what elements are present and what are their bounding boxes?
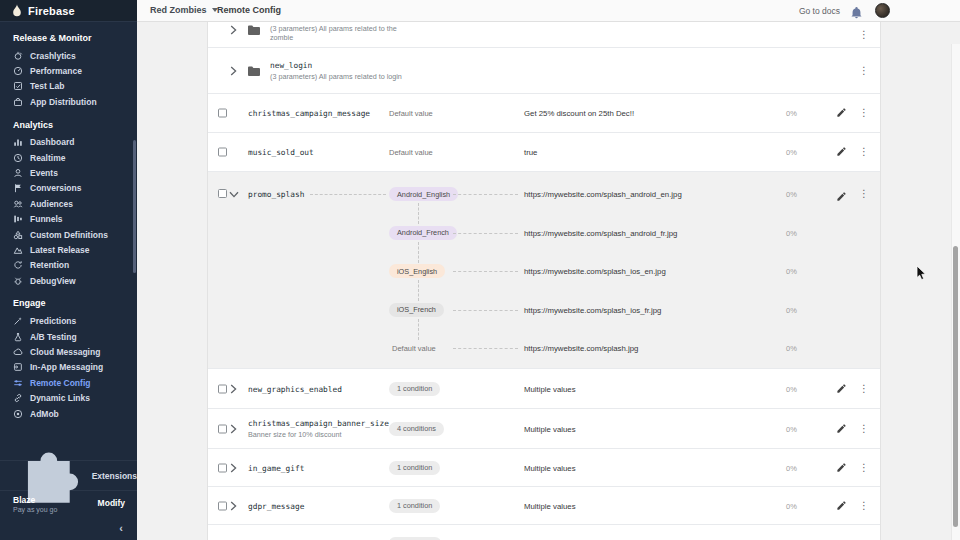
sidebar-item-label: Events xyxy=(30,168,58,178)
sidebar-item-predictions[interactable]: Predictions xyxy=(0,313,137,328)
sidebar-scrollbar[interactable] xyxy=(133,140,136,273)
modify-plan-button[interactable]: Modify xyxy=(98,498,125,508)
sidebar-item-dynamic-links[interactable]: Dynamic Links xyxy=(0,390,137,405)
section-title-release-monitor: Release & Monitor xyxy=(0,23,137,48)
connector-dash xyxy=(453,233,518,234)
page-scrollbar-thumb[interactable] xyxy=(953,246,958,527)
edit-button[interactable] xyxy=(836,188,847,206)
sidebar-item-admob[interactable]: AdMob xyxy=(0,406,137,421)
cloud-icon xyxy=(13,347,23,357)
overflow-menu-button[interactable]: ⋮ xyxy=(859,424,869,434)
funnel-icon xyxy=(13,214,23,224)
brand-name: Firebase xyxy=(28,5,75,17)
table-row[interactable]: christmas_campaign_banner_size Banner si… xyxy=(208,409,880,449)
overflow-menu-button[interactable]: ⋮ xyxy=(859,66,869,76)
sidebar-item-custom-definitions[interactable]: Custom Definitions xyxy=(0,227,137,242)
table-row[interactable] xyxy=(208,525,880,540)
sidebar-item-remote-config[interactable]: Remote Config xyxy=(0,375,137,390)
table-row[interactable]: new_graphics_enabled 1 condition Multipl… xyxy=(208,369,880,409)
row-checkbox[interactable] xyxy=(218,189,227,198)
table-row[interactable]: gdpr_message 1 condition Multiple values… xyxy=(208,487,880,525)
go-to-docs-link[interactable]: Go to docs xyxy=(799,6,840,16)
param-value: Multiple values xyxy=(524,424,576,433)
row-checkbox[interactable] xyxy=(218,148,227,157)
sidebar-item-funnels[interactable]: Funnels xyxy=(0,212,137,227)
overflow-menu-button[interactable]: ⋮ xyxy=(859,147,869,157)
overflow-menu-button[interactable]: ⋮ xyxy=(859,189,869,199)
param-value: Multiple values xyxy=(524,384,576,393)
message-icon xyxy=(13,362,23,372)
folder-description: (3 parameters) All params related to the… xyxy=(270,24,410,43)
project-selector[interactable]: Red Zombies xyxy=(150,5,218,15)
sidebar-item-performance[interactable]: Performance xyxy=(0,63,137,78)
chevron-right-icon[interactable] xyxy=(230,384,237,394)
collapse-sidebar-icon[interactable]: ‹ xyxy=(119,522,123,534)
chevron-right-icon[interactable] xyxy=(230,66,237,76)
chevron-right-icon[interactable] xyxy=(230,25,237,35)
usage-percent: 0% xyxy=(786,306,797,315)
sidebar-item-label: Funnels xyxy=(30,214,63,224)
sidebar-item-debugview[interactable]: DebugView xyxy=(0,273,137,288)
edit-button[interactable] xyxy=(836,380,847,398)
table-row[interactable]: (3 parameters) All params related to the… xyxy=(208,22,880,48)
sidebar-item-test-lab[interactable]: Test Lab xyxy=(0,79,137,94)
usage-percent: 0% xyxy=(786,344,797,353)
edit-button[interactable] xyxy=(836,497,847,515)
row-checkbox[interactable] xyxy=(218,424,227,433)
row-checkbox[interactable] xyxy=(218,463,227,472)
connector-dash xyxy=(453,348,518,349)
notifications-bell-icon[interactable] xyxy=(851,5,862,23)
usage-percent: 0% xyxy=(786,148,797,157)
row-checkbox[interactable] xyxy=(218,384,227,393)
table-row-expanded[interactable]: promo_splash Android_English https://myw… xyxy=(208,172,880,369)
sidebar-item-latest-release[interactable]: Latest Release xyxy=(0,242,137,257)
pencil-icon xyxy=(836,107,847,118)
table-row[interactable]: new_login (3 parameters) All params rela… xyxy=(208,48,880,94)
edit-button[interactable] xyxy=(836,104,847,122)
row-checkbox[interactable] xyxy=(218,109,227,118)
overflow-menu-button[interactable]: ⋮ xyxy=(859,501,869,511)
condition-pill: 4 conditions xyxy=(389,422,444,436)
usage-percent: 0% xyxy=(786,424,797,433)
edit-button[interactable] xyxy=(836,459,847,477)
sidebar-item-app-distribution[interactable]: App Distribution xyxy=(0,94,137,109)
sidebar-item-extensions[interactable]: Extensions xyxy=(0,461,137,490)
page-scrollbar-track[interactable] xyxy=(951,44,960,540)
sidebar-item-label: Retention xyxy=(30,260,69,270)
table-row[interactable]: music_sold_out Default value true 0% ⋮ xyxy=(208,133,880,172)
overflow-menu-button[interactable]: ⋮ xyxy=(859,384,869,394)
test-lab-icon xyxy=(13,81,23,91)
chevron-right-icon[interactable] xyxy=(230,463,237,473)
edit-button[interactable] xyxy=(836,143,847,161)
sidebar-item-crashlytics[interactable]: Crashlytics xyxy=(0,48,137,63)
chevron-right-icon[interactable] xyxy=(230,424,237,434)
sidebar-item-cloud-messaging[interactable]: Cloud Messaging xyxy=(0,344,137,359)
person-icon xyxy=(13,168,23,178)
edit-button[interactable] xyxy=(836,420,847,438)
sidebar-item-in-app-messaging[interactable]: In-App Messaging xyxy=(0,360,137,375)
firebase-logo[interactable]: Firebase xyxy=(0,0,137,22)
chevron-right-icon[interactable] xyxy=(230,501,237,511)
overflow-menu-button[interactable]: ⋮ xyxy=(859,30,869,40)
usage-percent: 0% xyxy=(786,384,797,393)
overflow-menu-button[interactable]: ⋮ xyxy=(859,108,869,118)
sidebar-item-events[interactable]: Events xyxy=(0,165,137,180)
param-name: gdpr_message xyxy=(248,501,304,510)
sidebar-item-dashboard[interactable]: Dashboard xyxy=(0,135,137,150)
sidebar-item-realtime[interactable]: Realtime xyxy=(0,150,137,165)
sidebar-item-retention[interactable]: Retention xyxy=(0,258,137,273)
table-row[interactable]: in_game_gift 1 condition Multiple values… xyxy=(208,449,880,487)
sidebar-item-conversions[interactable]: Conversions xyxy=(0,181,137,196)
chevron-down-icon[interactable] xyxy=(229,191,239,198)
sidebar-item-audiences[interactable]: Audiences xyxy=(0,196,137,211)
overflow-menu-button[interactable]: ⋮ xyxy=(859,463,869,473)
sidebar-item-label: In-App Messaging xyxy=(30,362,103,372)
avatar[interactable] xyxy=(875,3,890,18)
condition-pill: Android_French xyxy=(389,226,457,240)
param-name: new_graphics_enabled xyxy=(248,384,342,393)
usage-percent: 0% xyxy=(786,267,797,276)
sidebar-item-label: Audiences xyxy=(30,199,73,209)
sidebar-item-ab-testing[interactable]: A/B Testing xyxy=(0,329,137,344)
row-checkbox[interactable] xyxy=(218,501,227,510)
table-row[interactable]: christmas_campaign_message Default value… xyxy=(208,94,880,133)
